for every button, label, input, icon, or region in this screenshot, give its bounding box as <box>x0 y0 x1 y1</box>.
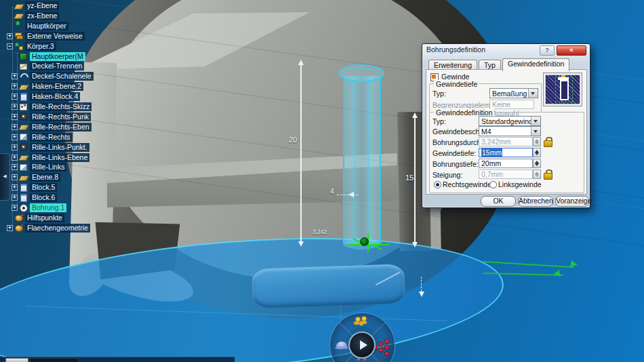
expander-plus-icon[interactable]: + <box>12 73 18 79</box>
expander-plus-icon[interactable]: + <box>12 195 18 201</box>
tree-item-label[interactable]: Deckel-Schalenele <box>30 72 94 81</box>
dimension-label-20[interactable]: 20 <box>289 136 297 144</box>
status-bar-button[interactable] <box>5 358 28 362</box>
expander-plus-icon[interactable]: + <box>12 124 18 130</box>
tree-item-label[interactable]: Haken-Ebene.2 <box>30 82 83 91</box>
expander-plus-icon[interactable]: + <box>12 94 18 100</box>
thread-type-dropdown[interactable]: Standardgewinde <box>479 116 541 126</box>
expander-plus-icon[interactable]: + <box>12 144 18 150</box>
tree-item[interactable]: +Flaechengeometrie <box>7 223 90 233</box>
dimension-label-15[interactable]: 15 <box>405 174 414 182</box>
thread-description-dropdown[interactable]: M4 <box>479 126 541 136</box>
lock-icon[interactable] <box>543 137 553 146</box>
left-thread-radio[interactable] <box>489 181 497 188</box>
expander-plus-icon[interactable]: + <box>12 155 18 161</box>
tree-item[interactable]: Hauptkörper <box>7 21 68 31</box>
ok-button[interactable]: OK <box>481 196 516 207</box>
dots-icon[interactable] <box>384 339 389 344</box>
hole-preview-cylinder[interactable] <box>343 76 381 244</box>
tree-item[interactable]: +Rille-Links <box>7 162 66 172</box>
expander-plus-icon[interactable]: + <box>12 134 18 140</box>
tree-item[interactable]: Deckel-Trennen <box>7 61 84 71</box>
hole-preview-thumbnail <box>543 73 582 106</box>
expander-minus-icon[interactable]: − <box>7 43 13 49</box>
spinner[interactable] <box>533 159 541 168</box>
anchor-point[interactable] <box>360 237 369 246</box>
tree-item[interactable]: +Haken-Ebene.2 <box>7 81 83 92</box>
expander-plus-icon[interactable]: + <box>12 164 18 170</box>
status-bar-field[interactable] <box>30 358 79 362</box>
tree-item-label[interactable]: Rille-Rechts <box>30 133 73 142</box>
tree-item-label[interactable]: Hauptkörper <box>25 22 68 31</box>
tree-item[interactable]: yz-Ebene <box>7 1 59 11</box>
help-button[interactable]: ? <box>540 45 555 56</box>
tree-item-label[interactable]: Bohrung.1 <box>30 203 66 212</box>
expander-plus-icon[interactable]: + <box>12 205 18 211</box>
close-button[interactable]: × <box>557 45 586 56</box>
tree-item-label[interactable]: Rille-Links-Ebene <box>30 153 89 162</box>
tree-item[interactable]: +Bohrung.1 <box>7 203 66 213</box>
tree-item-label[interactable]: Rille-Links-Punkt. <box>30 143 89 152</box>
tree-item[interactable]: +Rille-Rechts-Skizz <box>7 102 92 112</box>
tree-item[interactable]: +Ebene.8 <box>7 172 60 182</box>
cancel-button[interactable]: Abbrechen <box>518 196 553 207</box>
expander-plus-icon[interactable]: + <box>12 184 18 190</box>
tree-item-label[interactable]: Haken-Block.4 <box>30 92 80 101</box>
tree-item[interactable]: zx-Ebene <box>7 11 59 21</box>
expander-plus-icon[interactable]: + <box>12 174 18 180</box>
spinner <box>533 137 541 146</box>
expander-plus-icon[interactable]: + <box>12 83 18 89</box>
dimension-label-4[interactable]: 4 <box>330 188 334 195</box>
field-label: Typ: <box>432 117 446 125</box>
thread-depth-field[interactable]: 15mm <box>479 148 533 157</box>
spec-tree[interactable]: yz-Ebenezx-EbeneHauptkörper+Externe Verw… <box>0 0 142 237</box>
tree-item[interactable]: −Körper.3 <box>7 41 56 52</box>
play-button[interactable] <box>348 331 376 359</box>
tree-item-label[interactable]: zx-Ebene <box>25 12 59 20</box>
tree-item[interactable]: +Deckel-Schalenele <box>7 71 94 81</box>
tree-item-label[interactable]: Hilfspunkte <box>25 214 64 222</box>
tree-item[interactable]: +Rille-Links-Punkt. <box>7 142 89 153</box>
tree-item[interactable]: +Rille-Rechts-Eben <box>7 122 92 132</box>
tree-item-label[interactable]: Rille-Rechts-Eben <box>30 123 92 132</box>
tree-item[interactable]: +Rille-Rechts-Punk <box>7 112 91 122</box>
tree-item-label[interactable]: Ebene.8 <box>30 173 60 182</box>
tree-item[interactable]: Hauptkoerper(M <box>7 52 85 62</box>
tree-item-label[interactable]: Rille-Rechts-Skizz <box>30 102 92 111</box>
expander-plus-icon[interactable]: + <box>7 33 13 39</box>
expander-plus-icon[interactable]: + <box>12 114 18 120</box>
tree-item-label[interactable]: Block.5 <box>30 183 57 192</box>
radio-label[interactable]: Linksgewinde <box>498 180 542 188</box>
tab-gewindedefinition[interactable]: Gewindedefinition <box>502 58 569 71</box>
expander-plus-icon[interactable]: + <box>12 104 18 110</box>
tree-item-label[interactable]: Block.6 <box>30 193 57 202</box>
spinner[interactable] <box>533 148 541 157</box>
tree-item-label[interactable]: Deckel-Trennen <box>30 62 84 71</box>
expander-plus-icon[interactable]: + <box>7 225 13 231</box>
right-thread-radio[interactable] <box>434 181 441 188</box>
tree-item-label[interactable]: Hauptkoerper(M <box>30 52 85 61</box>
tree-item-label[interactable]: Flaechengeometrie <box>25 224 90 233</box>
preview-button[interactable]: Voranzeige <box>555 196 589 207</box>
geoset-icon <box>15 224 23 232</box>
tree-item[interactable]: +Haken-Block.4 <box>7 92 80 102</box>
hole-depth-field[interactable]: 20mm <box>479 159 533 168</box>
tree-item-label[interactable]: yz-Ebene <box>25 1 59 10</box>
tree-item[interactable]: +Block.6 <box>7 193 57 203</box>
tree-item[interactable]: Hilfspunkte <box>7 213 64 223</box>
tree-item-label[interactable]: Rille-Rechts-Punk <box>30 113 91 121</box>
tree-item-label[interactable]: Körper.3 <box>25 42 56 51</box>
lock-icon[interactable] <box>543 169 553 179</box>
depth-type-dropdown[interactable]: Bemaßung <box>489 88 538 98</box>
chevron-down-icon[interactable] <box>531 117 540 125</box>
tree-item[interactable]: +Rille-Links-Ebene <box>7 153 89 163</box>
radio-label[interactable]: Rechtsgewinde <box>443 180 491 188</box>
chevron-down-icon[interactable] <box>528 89 538 98</box>
tree-item[interactable]: +Block.5 <box>7 182 57 193</box>
chevron-down-icon[interactable] <box>531 127 540 136</box>
tree-item-label[interactable]: Rille-Links <box>30 163 66 172</box>
dimension-label-diameter[interactable]: 3,242 <box>313 228 327 235</box>
axis-line <box>483 261 574 268</box>
tree-item[interactable]: +Rille-Rechts <box>7 132 73 142</box>
tree-item-label[interactable]: Externe Verweise <box>25 32 85 41</box>
